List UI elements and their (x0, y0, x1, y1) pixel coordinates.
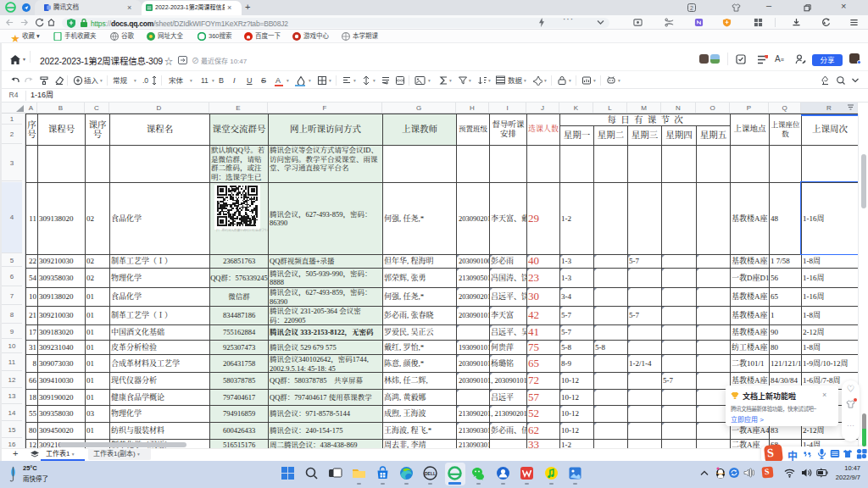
svg-text:2: 2 (690, 5, 693, 11)
svg-text:DELL: DELL (425, 471, 436, 476)
